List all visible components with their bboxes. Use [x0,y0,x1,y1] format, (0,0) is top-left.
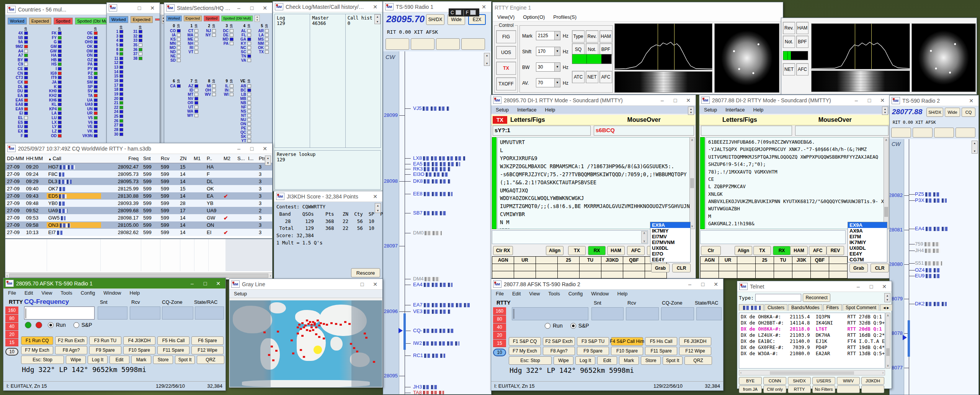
mult-status-box[interactable] [24,121,28,124]
scroll-up-icon[interactable]: ∧ [887,314,889,317]
scroll-up-icon[interactable]: ▲ [376,15,379,18]
mult-status-box[interactable] [58,125,62,128]
mult-item[interactable]: NT [237,113,251,118]
action-button-spot-it[interactable]: Spot It [663,356,683,365]
mult-item[interactable]: PA [219,41,234,46]
mult-status-box[interactable] [247,97,251,100]
mult-item[interactable]: G [44,40,62,44]
maximize-icon[interactable]: □ [357,281,368,287]
mult-item[interactable]: ND [167,50,181,54]
mult-item[interactable]: 16 [110,79,123,83]
close-icon[interactable]: ✕ [260,146,270,152]
mmtty2-macro-cell[interactable]: JI3K [792,256,811,264]
mult-item[interactable]: CN [10,71,28,75]
mult-item[interactable]: OM [79,49,98,53]
fkey-button-f4-ji3kdh[interactable]: F4 JI3KDH [123,336,155,345]
mult-item[interactable]: V5 [79,116,98,120]
bandmap-spot[interactable]: CQ- [413,328,454,333]
menu-item-viewv[interactable]: View(V) [497,14,514,20]
mult-status-box[interactable] [247,135,251,138]
mult-status-box[interactable] [94,31,98,35]
mult-item[interactable]: CX [10,80,28,85]
menu-item-view[interactable]: View [41,290,52,296]
mmtty2-macro-cell[interactable]: AGN [700,256,719,264]
mult-item[interactable]: KH0 [44,89,62,93]
mmtty2-align-button[interactable]: Align [735,246,752,255]
mult-item[interactable]: SM [79,80,98,85]
log-col-header-zn[interactable]: ZN [178,156,192,161]
mult-status-box[interactable] [119,43,123,47]
mult-item[interactable]: LB [237,92,251,97]
mult-item[interactable]: HS [44,62,62,67]
mmtty2-macro-cell[interactable] [829,256,848,264]
mult-item[interactable]: SK [237,134,251,139]
mult-status-box[interactable] [119,101,123,105]
fkey-button-f8-agn-[interactable]: F8 Agn? [55,346,87,354]
sp-radio[interactable] [570,323,576,329]
entry2-callsign-input[interactable] [512,307,588,320]
mult-status-box[interactable] [247,110,251,113]
mmtty2-spinner[interactable]: ▲▼ [882,107,888,115]
menu-item-help[interactable]: Help [130,290,140,296]
grab-button[interactable]: Grab [651,264,670,272]
mult-status-box[interactable] [265,46,269,49]
mult-status-box[interactable] [58,72,62,75]
mult-item[interactable]: AZ [184,84,198,88]
mult-item[interactable]: KL [44,102,62,107]
mult-status-box[interactable] [94,121,98,124]
mult-item[interactable]: ME [184,37,198,41]
mult-status-box[interactable] [94,94,98,97]
bandmap-spot[interactable]: RC1 [413,352,445,358]
mult-item[interactable]: CE [10,67,28,71]
fkey-button-f12-wipe[interactable]: F12 Wipe [191,346,224,354]
mult-item[interactable]: BY [10,57,28,62]
mult-status-box[interactable] [24,36,28,39]
telnet-button-bye[interactable]: BYE [739,377,762,385]
mult-item[interactable]: 21 [110,101,123,105]
mult-item[interactable]: LY [44,125,62,129]
mult-item[interactable]: GW [44,49,62,53]
mult-status-box[interactable] [194,84,198,88]
mult-item[interactable]: NH [184,41,198,46]
mult-item[interactable]: TN [237,54,251,58]
mmtty2-macro-cell[interactable]: 25 [755,256,774,264]
close-icon[interactable]: ✕ [260,5,270,11]
mult-item[interactable]: KP4 [44,107,62,111]
action-button-qrz[interactable]: QRZ [197,356,224,364]
mmtty1-ham-button[interactable]: HAM [607,246,625,255]
mult-item[interactable]: 9M2 [10,44,28,49]
bandmap-spot[interactable]: LX8 [413,155,465,161]
decoded-callsign-item[interactable]: EX9A [848,222,887,228]
mult-status-box[interactable] [212,84,216,88]
mult-item[interactable]: HB [44,57,62,62]
mmtty1-macro-cell[interactable] [579,271,601,279]
mult-item[interactable]: NC [237,46,251,50]
score-scroll-spinner[interactable]: ▲▼ [375,203,381,213]
dx-spot-row[interactable]: DX de EA1BC: 21140.0 EJ1K FT4 I.O.T.A EU [741,338,883,344]
menu-item-help[interactable]: Help [617,291,628,297]
reconnect-button[interactable]: Reconnect [803,293,830,302]
bandmap1-macro-box-2[interactable] [411,38,434,50]
shdx-button[interactable]: SH/DX [426,14,444,25]
entry2-zone-input[interactable] [661,307,694,320]
action-button-qrz[interactable]: QRZ [684,356,712,365]
mult-item[interactable]: MB [237,97,251,101]
action-button-store[interactable]: Store [153,356,173,364]
mult-status-box[interactable] [177,29,181,33]
mult-status-box[interactable] [24,85,28,89]
mult-item[interactable]: ID [184,88,198,92]
scroll-down-icon[interactable]: ▼ [486,62,488,65]
mult-status-box[interactable] [24,125,28,128]
bandmap-spot[interactable]: 759 [915,241,940,247]
mult-item[interactable]: V6 [79,120,98,125]
entry1-zone-input[interactable] [162,306,193,320]
mult-status-box[interactable] [177,50,181,54]
mmtty2-macro-cell[interactable]: UR [719,256,737,264]
log-qso-row[interactable]: 27-0909:29DL328095.7359959914DL3 [5,178,272,185]
decoded-callsign-item[interactable]: AX9A [848,228,887,234]
mult-status-box[interactable] [247,29,251,33]
telnet-titlebar[interactable]: NM Telnet – □ ✕ [737,281,892,292]
mmtty1-macro-cell[interactable] [623,264,645,271]
log-col-header-s[interactable]: S... [236,156,247,161]
maximize-icon[interactable]: □ [134,5,145,11]
